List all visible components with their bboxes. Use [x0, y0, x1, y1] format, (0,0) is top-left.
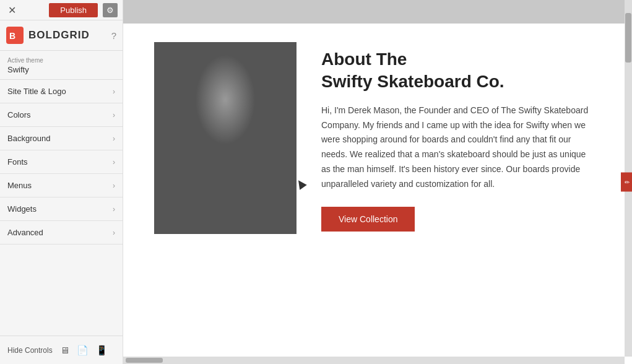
mobile-view-button[interactable]: 📱 [96, 345, 108, 356]
svg-text:B: B [9, 31, 15, 41]
nav-item-label: Widgets [7, 204, 37, 214]
chevron-right-icon: › [113, 87, 115, 96]
active-theme-label: Active theme [7, 57, 115, 64]
nav-item-label: Background [7, 134, 50, 143]
about-title: About TheSwifty Skateboard Co. [321, 48, 595, 93]
nav-list: Site Title & Logo›Colors›Background›Font… [0, 80, 123, 336]
hide-controls-button[interactable]: Hide Controls [7, 346, 53, 355]
vertical-scrollbar-thumb[interactable] [625, 13, 631, 63]
top-bar: ✕ Publish ⚙ [0, 0, 123, 20]
nav-item-advanced[interactable]: Advanced› [0, 221, 123, 245]
nav-item-site-title-logo[interactable]: Site Title & Logo› [0, 80, 123, 103]
right-side-tab[interactable]: ✏ [621, 173, 632, 192]
logo-text: BOLDGRID [28, 29, 90, 41]
nav-item-label: Advanced [7, 228, 43, 237]
sidebar: ✕ Publish ⚙ B BOLDGRID ? Active theme Sw… [0, 0, 123, 364]
close-button[interactable]: ✕ [5, 3, 19, 17]
nav-item-label: Colors [7, 110, 31, 119]
preview-content: About TheSwifty Skateboard Co. Hi, I'm D… [123, 0, 632, 364]
nav-item-menus[interactable]: Menus› [0, 174, 123, 197]
horizontal-scrollbar[interactable] [123, 357, 625, 364]
view-collection-button[interactable]: View Collection [321, 207, 415, 232]
chevron-right-icon: › [113, 111, 115, 119]
nav-item-label: Site Title & Logo [7, 87, 66, 96]
chevron-right-icon: › [113, 134, 115, 143]
horizontal-scrollbar-thumb[interactable] [126, 358, 163, 363]
nav-item-label: Fonts [7, 157, 28, 167]
chevron-right-icon: › [113, 158, 115, 167]
active-theme-section: Active theme Swifty [0, 51, 123, 80]
main-preview: About TheSwifty Skateboard Co. Hi, I'm D… [123, 0, 632, 364]
gear-button[interactable]: ⚙ [103, 3, 118, 17]
about-body: Hi, I'm Derek Mason, the Founder and CEO… [321, 103, 595, 192]
chevron-right-icon: › [113, 228, 115, 237]
about-image [154, 42, 297, 234]
active-theme-name: Swifty [7, 65, 115, 74]
logo-left: B BOLDGRID [6, 27, 90, 44]
boldgrid-logo-icon: B [6, 27, 24, 44]
preview-banner [123, 0, 632, 24]
nav-item-label: Menus [7, 181, 32, 190]
about-text: About TheSwifty Skateboard Co. Hi, I'm D… [321, 42, 595, 232]
nav-item-widgets[interactable]: Widgets› [0, 197, 123, 221]
about-section: About TheSwifty Skateboard Co. Hi, I'm D… [123, 24, 632, 253]
bottom-bar: Hide Controls 🖥 📄 📱 [0, 336, 123, 364]
about-image-inner [154, 42, 297, 234]
logo-area: B BOLDGRID ? [0, 20, 123, 51]
nav-item-fonts[interactable]: Fonts› [0, 150, 123, 174]
nav-item-colors[interactable]: Colors› [0, 103, 123, 127]
chevron-right-icon: › [113, 205, 115, 214]
chevron-right-icon: › [113, 181, 115, 190]
desktop-view-button[interactable]: 🖥 [60, 345, 69, 355]
nav-item-background[interactable]: Background› [0, 127, 123, 150]
publish-button[interactable]: Publish [49, 3, 98, 17]
document-view-button[interactable]: 📄 [77, 345, 89, 356]
help-icon[interactable]: ? [111, 30, 116, 41]
hide-controls-label: Hide Controls [7, 346, 53, 355]
